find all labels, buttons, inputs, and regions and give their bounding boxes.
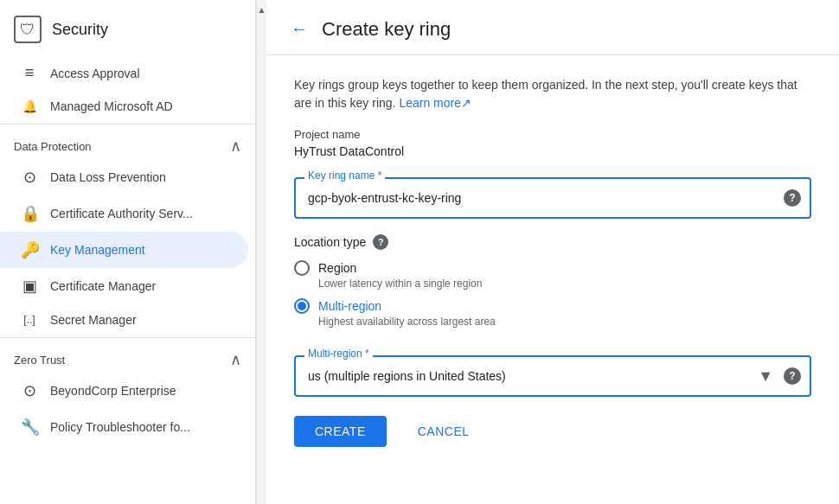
multi-region-radio-label: Multi-region — [318, 299, 381, 313]
multi-region-radio-button[interactable] — [294, 298, 310, 314]
region-radio-label: Region — [318, 261, 356, 275]
location-type-help-icon[interactable]: ? — [373, 234, 388, 250]
sidebar-label-managed-microsoft-ad: Managed Microsoft AD — [50, 99, 173, 113]
sidebar-label-access-approval: Access Approval — [50, 67, 140, 80]
key-ring-name-group: Key ring name * ? — [294, 177, 811, 219]
form-description: Key rings group keys together to keep th… — [294, 76, 811, 112]
sidebar-item-access-approval[interactable]: ≡ Access Approval — [0, 55, 248, 91]
multi-region-select-label: Multi-region * — [304, 348, 373, 360]
multi-region-radio-desc: Highest availability across largest area — [318, 316, 811, 328]
radio-option-multi-region: Multi-region Highest availability across… — [294, 298, 811, 328]
sidebar-scrollbar: ▲ — [256, 0, 266, 504]
sidebar-label-key-management: Key Management — [50, 243, 145, 257]
beyondcorp-icon: ⊙ — [21, 381, 38, 400]
learn-more-link[interactable]: Learn more↗ — [399, 96, 471, 110]
zero-trust-chevron[interactable]: ∧ — [230, 350, 241, 369]
sidebar: 🛡 Security ≡ Access Approval 🔔 Managed M… — [0, 0, 256, 504]
region-radio-button[interactable] — [294, 260, 310, 276]
main-content: ← Create key ring Key rings group keys t… — [266, 0, 839, 504]
multi-region-select-group: Multi-region * us (multiple regions in U… — [294, 355, 811, 397]
sidebar-item-certificate-manager[interactable]: ▣ Certificate Manager — [0, 268, 248, 304]
policy-troubleshooter-icon: 🔧 — [21, 418, 38, 437]
project-name-value: HyTrust DataControl — [294, 144, 811, 158]
description-text: Key rings group keys together to keep th… — [294, 78, 797, 110]
sidebar-item-beyondcorp[interactable]: ⊙ BeyondCorp Enterprise — [0, 373, 248, 409]
form-body: Key rings group keys together to keep th… — [266, 55, 839, 468]
region-radio-row[interactable]: Region — [294, 260, 811, 276]
multi-region-help-icon[interactable]: ? — [784, 367, 801, 385]
main-header: ← Create key ring — [266, 0, 839, 55]
learn-more-label: Learn more — [399, 96, 461, 110]
section-data-protection-label: Data Protection — [14, 140, 92, 153]
sidebar-label-beyondcorp: BeyondCorp Enterprise — [50, 384, 176, 398]
back-button[interactable]: ← — [287, 16, 311, 42]
sidebar-item-key-management[interactable]: 🔑 Key Management — [0, 232, 248, 268]
key-ring-name-label: Key ring name * — [304, 169, 385, 182]
data-loss-prevention-icon: ⊙ — [21, 168, 38, 187]
sidebar-item-policy-troubleshooter[interactable]: 🔧 Policy Troubleshooter fo... — [0, 409, 248, 445]
location-type-label: Location type — [294, 235, 366, 249]
certificate-manager-icon: ▣ — [21, 277, 38, 296]
key-ring-name-input[interactable] — [294, 177, 811, 219]
sidebar-item-certificate-authority[interactable]: 🔒 Certificate Authority Serv... — [0, 195, 248, 232]
data-protection-chevron[interactable]: ∧ — [230, 137, 241, 156]
create-button[interactable]: CREATE — [294, 416, 387, 447]
sidebar-label-certificate-manager: Certificate Manager — [50, 279, 156, 293]
divider-2 — [0, 337, 255, 338]
multi-region-radio-row[interactable]: Multi-region — [294, 298, 811, 314]
section-data-protection: Data Protection ∧ — [0, 126, 255, 159]
location-type-row: Location type ? — [294, 234, 811, 250]
access-approval-icon: ≡ — [21, 64, 38, 82]
secret-manager-icon: [..] — [21, 314, 38, 326]
sidebar-label-certificate-authority: Certificate Authority Serv... — [50, 207, 193, 220]
sidebar-item-secret-manager[interactable]: [..] Secret Manager — [0, 304, 248, 335]
app-title: Security — [52, 21, 108, 39]
region-radio-desc: Lower latency within a single region — [318, 278, 811, 290]
divider-1 — [0, 124, 255, 124]
section-zero-trust-label: Zero Trust — [14, 354, 65, 367]
certificate-authority-icon: 🔒 — [21, 204, 38, 223]
cancel-button[interactable]: CANCEL — [397, 416, 490, 447]
sidebar-label-secret-manager: Secret Manager — [50, 313, 137, 327]
sidebar-item-managed-microsoft-ad[interactable]: 🔔 Managed Microsoft AD — [0, 91, 248, 122]
sidebar-label-data-loss-prevention: Data Loss Prevention — [50, 170, 166, 184]
section-zero-trust: Zero Trust ∧ — [0, 340, 255, 373]
radio-option-region: Region Lower latency within a single reg… — [294, 260, 811, 290]
sidebar-header: 🛡 Security — [0, 7, 255, 55]
key-management-icon: 🔑 — [21, 240, 38, 259]
location-type-section: Location type ? Region Lower latency wit… — [294, 234, 811, 336]
key-ring-help-icon[interactable]: ? — [784, 189, 801, 207]
action-row: CREATE CANCEL — [294, 412, 811, 447]
sidebar-item-data-loss-prevention[interactable]: ⊙ Data Loss Prevention — [0, 159, 248, 195]
multi-region-radio-dot — [298, 302, 306, 310]
page-title: Create key ring — [322, 18, 451, 41]
project-name-label: Project name — [294, 128, 811, 141]
app-shield-icon: 🛡 — [14, 16, 42, 43]
sidebar-label-policy-troubleshooter: Policy Troubleshooter fo... — [50, 420, 190, 434]
managed-microsoft-ad-icon: 🔔 — [21, 99, 38, 113]
project-name-section: Project name HyTrust DataControl — [294, 128, 811, 158]
multi-region-select[interactable]: us (multiple regions in United States)eu… — [294, 355, 811, 397]
